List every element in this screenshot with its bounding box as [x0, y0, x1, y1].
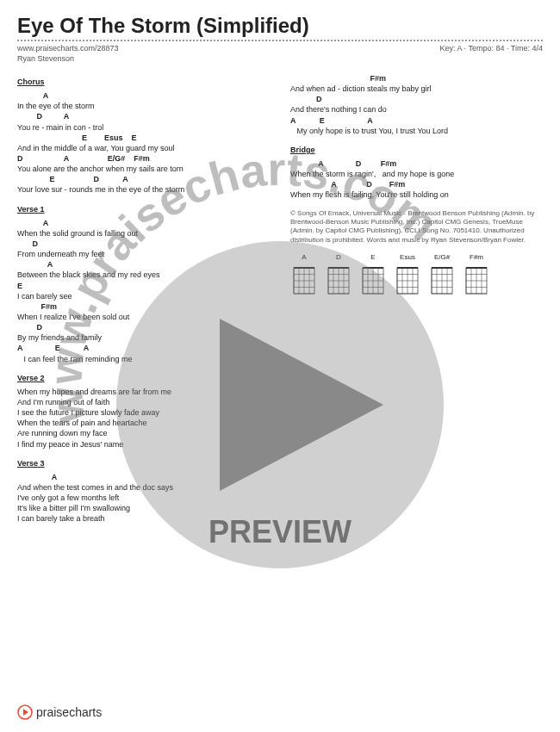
song-title: Eye Of The Storm (Simplified): [17, 14, 543, 38]
lyric-line: From underneath my feet: [17, 249, 270, 259]
artist-name: Ryan Stevenson: [17, 54, 543, 63]
lyric-line: I find my peace in Jesus' name: [17, 439, 270, 450]
chord-line: F#m: [17, 301, 270, 312]
chord-line: F#m: [290, 73, 543, 84]
lyric-line: You re - main in con - trol: [17, 122, 270, 133]
chord-diagram: A: [290, 253, 318, 297]
lyric-line: My only hope is to trust You, I trust Yo…: [290, 126, 543, 136]
lyric-line: And when ad - diction steals my baby gir…: [290, 84, 543, 94]
chord-diagram: E: [359, 253, 387, 297]
verse3-cont-section: F#m And when ad - diction steals my baby…: [290, 73, 543, 136]
footer-brand-text: praisecharts: [36, 705, 102, 719]
section-label-verse3: Verse 3: [17, 458, 270, 468]
lyric-line: When I realize I've been sold out: [17, 312, 270, 322]
lyric-line: Are running down my face: [17, 428, 270, 438]
chord-line: D A: [17, 111, 270, 121]
chorus-section: Chorus A In the eye of the storm D A You…: [17, 77, 270, 195]
lyric-line: I see the future I picture slowly fade a…: [17, 407, 270, 418]
chord-line: A E A: [290, 115, 543, 126]
chord-line: A: [17, 218, 270, 228]
lyric-line: And when the test comes in and the doc s…: [17, 482, 270, 493]
content-columns: Chorus A In the eye of the storm D A You…: [17, 73, 543, 532]
song-meta: Key: A · Tempo: 84 · Time: 4/4: [440, 44, 543, 53]
chord-diagram-row: ADEEsusE/G#F#m: [290, 253, 543, 297]
chord-diagram: Esus: [394, 253, 421, 297]
section-label-verse2: Verse 2: [17, 373, 270, 383]
footer-brand: praisecharts: [17, 704, 102, 720]
chord-diagram: F#m: [463, 253, 490, 297]
copyright-text: © Songs Of Emack, Universal Music - Bren…: [290, 209, 543, 245]
lyric-line: I can barely take a breath: [17, 513, 270, 524]
lyric-line: You alone are the anchor when my sails a…: [17, 164, 270, 174]
lyric-line: I've only got a few months left: [17, 493, 270, 503]
left-column: Chorus A In the eye of the storm D A You…: [17, 73, 270, 532]
lyric-line: By my friends and family: [17, 332, 270, 343]
chord-line: E: [17, 281, 270, 291]
bridge-section: Bridge A D F#m When the storm is ragin',…: [290, 145, 543, 201]
lyric-line: When my hopes and dreams are far from me: [17, 387, 270, 397]
chord-line: A E A: [17, 343, 270, 353]
svg-marker-64: [23, 709, 28, 716]
lyric-line: When the solid ground is falling out: [17, 228, 270, 239]
lyric-line: I can barely see: [17, 291, 270, 301]
section-label-bridge: Bridge: [290, 145, 543, 155]
lyric-line: In the eye of the storm: [17, 101, 270, 111]
chord-line: A D F#m: [290, 179, 543, 189]
lyric-line: I can feel the rain reminding me: [17, 354, 270, 364]
chord-line: A: [17, 259, 270, 270]
lyric-line: Between the black skies and my red eyes: [17, 270, 270, 280]
source-url: www.praisecharts.com/28873: [17, 44, 119, 53]
chord-diagram: E/G#: [428, 253, 456, 297]
chord-line: D: [17, 322, 270, 332]
lyric-line: And in the middle of a war, You guard my…: [17, 143, 270, 153]
chord-line: E D A: [17, 174, 270, 184]
chord-line: A: [17, 90, 270, 101]
right-column: F#m And when ad - diction steals my baby…: [290, 73, 543, 532]
lyric-line: And I'm running out of faith: [17, 397, 270, 407]
lyric-line: When my flesh is failing, You're still h…: [290, 189, 543, 200]
section-label-verse1: Verse 1: [17, 204, 270, 214]
lyric-line: And there's nothing I can do: [290, 104, 543, 115]
section-label-chorus: Chorus: [17, 77, 270, 87]
play-icon: [17, 704, 33, 720]
chord-line: D A E/G# F#m: [17, 153, 270, 164]
divider: [17, 40, 543, 41]
chord-line: A: [17, 472, 270, 482]
lyric-line: When the storm is ragin', and my hope is…: [290, 169, 543, 179]
chord-diagram: D: [325, 253, 352, 297]
chord-line: A D F#m: [290, 158, 543, 169]
chord-line: D: [17, 239, 270, 249]
verse3-section: Verse 3 A And when the test comes in and…: [17, 458, 270, 524]
verse1-section: Verse 1 A When the solid ground is falli…: [17, 204, 270, 364]
chord-line: E Esus E: [17, 133, 270, 143]
lyric-line: When the tears of pain and heartache: [17, 418, 270, 428]
lyric-line: Your love sur - rounds me in the eye of …: [17, 184, 270, 195]
chord-line: D: [290, 94, 543, 104]
verse2-section: Verse 2 When my hopes and dreams are far…: [17, 373, 270, 450]
lyric-line: It's like a bitter pill I'm swallowing: [17, 503, 270, 513]
